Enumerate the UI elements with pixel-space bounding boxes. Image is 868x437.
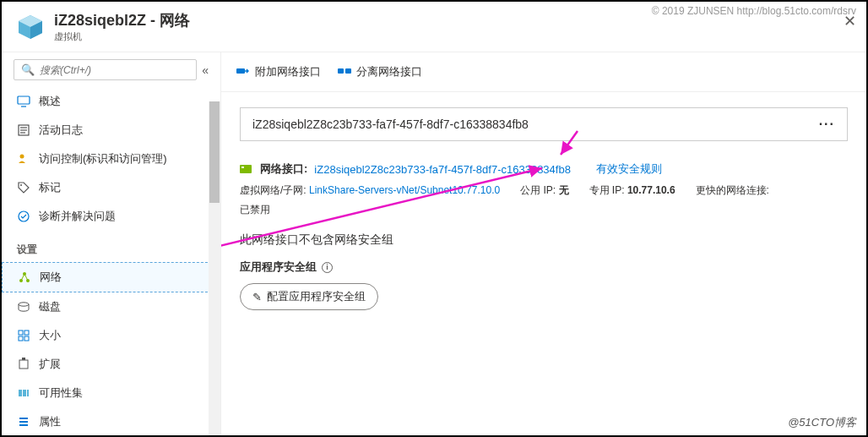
sidebar-item-label: 概述 [39, 94, 61, 109]
collapse-sidebar-icon[interactable]: « [202, 63, 209, 77]
nic-icon [240, 163, 253, 175]
disk-icon [17, 300, 30, 314]
svg-rect-30 [236, 68, 245, 74]
diagnose-icon [17, 210, 30, 223]
sidebar-item-extensions[interactable]: 扩展 [2, 350, 220, 379]
svg-line-16 [24, 274, 28, 281]
svg-rect-3 [18, 96, 30, 104]
detach-icon [338, 65, 351, 79]
svg-rect-26 [27, 390, 29, 396]
attach-nic-button[interactable]: 附加网络接口 [236, 64, 321, 79]
svg-rect-33 [240, 165, 252, 173]
sidebar-item-overview[interactable]: 概述 [2, 87, 220, 116]
sidebar-item-diagnose[interactable]: 诊断并解决问题 [2, 202, 220, 231]
sidebar-item-label: 活动日志 [39, 123, 83, 138]
sidebar-item-label: 访问控制(标识和访问管理) [39, 151, 167, 167]
nic-id-value: iZ28siqebl2Z8c23b733-fa7f-457f-8df7-c163… [252, 117, 529, 131]
svg-rect-31 [338, 68, 344, 74]
tag-icon [17, 181, 30, 194]
accel-net-status: 已禁用 [240, 203, 848, 217]
sidebar-item-label: 大小 [39, 328, 61, 343]
attach-icon [236, 65, 250, 79]
sidebar-item-label: 可用性集 [39, 385, 83, 401]
detach-nic-button[interactable]: 分离网络接口 [338, 64, 422, 79]
vnet-label: 虚拟网络/子网: [240, 184, 307, 196]
svg-rect-22 [19, 360, 28, 369]
toolbar-label: 附加网络接口 [255, 64, 321, 79]
svg-point-9 [20, 155, 24, 159]
no-nsg-text: 此网络接口不包含网络安全组 [240, 232, 848, 248]
svg-rect-20 [19, 336, 23, 341]
page-title: iZ28siqebl2Z - 网络 [54, 10, 190, 30]
nic-link[interactable]: iZ28siqebl2Z8c23b733-fa7f-457f-8df7-c163… [314, 163, 571, 176]
sidebar: 🔍 « 概述 活动日志 访问控制(标识和访问管理) 标记 诊断并解决问题 设置 [2, 52, 221, 437]
svg-rect-23 [22, 358, 25, 360]
private-ip-label: 专用 IP: [589, 184, 625, 196]
vnet-link[interactable]: LinkShare-Servers-vNet/Subnet10.77.10.0 [309, 184, 500, 196]
configure-asg-label: 配置应用程序安全组 [267, 289, 366, 304]
public-ip-value: 无 [559, 184, 569, 196]
sidebar-item-size[interactable]: 大小 [2, 321, 220, 350]
public-ip-label: 公用 IP: [520, 184, 556, 196]
sidebar-item-access-control[interactable]: 访问控制(标识和访问管理) [2, 145, 220, 173]
svg-point-10 [20, 184, 22, 186]
page-subtitle: 虚拟机 [54, 30, 190, 43]
faster-net-label: 更快的网络连接: [696, 183, 769, 198]
vm-cube-icon [17, 14, 44, 41]
search-input[interactable] [40, 64, 189, 76]
extensions-icon [17, 358, 30, 371]
sidebar-scrollbar[interactable] [209, 101, 220, 437]
properties-icon [17, 415, 30, 429]
svg-rect-18 [19, 330, 23, 335]
sidebar-item-label: 网络 [40, 270, 62, 285]
svg-rect-19 [24, 330, 29, 335]
watermark-bottom: @51CTO博客 [788, 415, 856, 430]
search-icon: 🔍 [21, 63, 35, 76]
sidebar-item-network[interactable]: 网络 [2, 262, 220, 292]
search-box[interactable]: 🔍 [14, 59, 197, 80]
access-control-icon [17, 152, 30, 166]
svg-rect-32 [345, 68, 351, 74]
sidebar-item-label: 扩展 [39, 357, 61, 372]
svg-rect-34 [241, 167, 244, 168]
sidebar-section-settings: 设置 [2, 231, 220, 262]
sidebar-scrollbar-thumb[interactable] [209, 101, 220, 203]
nic-id-box: iZ28siqebl2Z8c23b733-fa7f-457f-8df7-c163… [240, 107, 848, 141]
availability-set-icon [17, 386, 30, 400]
asg-label-row: 应用程序安全组 i [240, 259, 848, 275]
asg-label: 应用程序安全组 [240, 259, 317, 275]
size-icon [17, 329, 30, 342]
sidebar-item-label: 标记 [39, 180, 61, 195]
watermark-top: © 2019 ZJUNSEN http://blog.51cto.com/rds… [652, 5, 856, 17]
sidebar-item-label: 磁盘 [39, 299, 61, 314]
content-area: 附加网络接口 分离网络接口 iZ28siqebl2Z8c23b733-fa7f-… [221, 52, 866, 437]
private-ip-value: 10.77.10.6 [627, 184, 675, 196]
sidebar-item-disks[interactable]: 磁盘 [2, 292, 220, 321]
info-icon[interactable]: i [322, 262, 333, 273]
sidebar-item-tags[interactable]: 标记 [2, 173, 220, 202]
sidebar-item-availability-set[interactable]: 可用性集 [2, 379, 220, 407]
svg-rect-25 [23, 390, 26, 396]
sidebar-item-activity-log[interactable]: 活动日志 [2, 116, 220, 145]
more-icon[interactable]: ··· [819, 117, 835, 132]
sidebar-item-label: 诊断并解决问题 [39, 209, 116, 224]
toolbar-label: 分离网络接口 [356, 64, 422, 79]
toolbar: 附加网络接口 分离网络接口 [221, 52, 866, 92]
svg-rect-24 [19, 390, 22, 396]
monitor-icon [17, 95, 30, 108]
svg-point-17 [19, 303, 29, 306]
nic-label: 网络接口: [260, 161, 307, 177]
svg-point-11 [19, 211, 29, 221]
network-icon [18, 270, 31, 284]
activity-log-icon [17, 123, 30, 137]
sidebar-item-label: 属性 [39, 414, 61, 429]
configure-asg-button[interactable]: ✎ 配置应用程序安全组 [240, 283, 378, 310]
pencil-icon: ✎ [252, 291, 262, 303]
sidebar-item-properties[interactable]: 属性 [2, 407, 220, 436]
effective-rules-link[interactable]: 有效安全规则 [596, 161, 662, 177]
svg-rect-21 [24, 336, 29, 341]
svg-line-15 [21, 274, 24, 281]
